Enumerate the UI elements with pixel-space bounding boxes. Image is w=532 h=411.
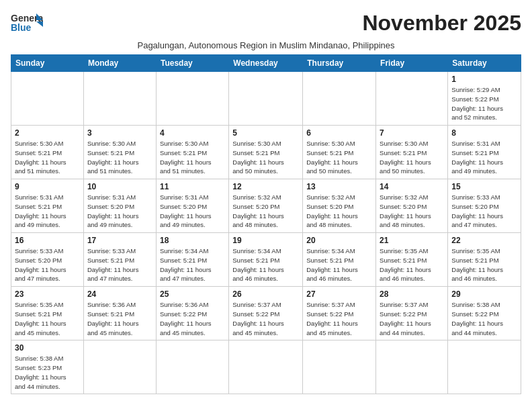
day-info: Sunrise: 5:36 AM Sunset: 5:21 PM Dayligh… bbox=[87, 300, 152, 337]
day-info: Sunrise: 5:30 AM Sunset: 5:21 PM Dayligh… bbox=[232, 139, 299, 176]
day-info: Sunrise: 5:34 AM Sunset: 5:21 PM Dayligh… bbox=[160, 246, 225, 283]
day-info: Sunrise: 5:35 AM Sunset: 5:21 PM Dayligh… bbox=[15, 300, 80, 337]
weekday-header-monday: Monday bbox=[83, 55, 156, 72]
calendar-cell: 12Sunrise: 5:32 AM Sunset: 5:20 PM Dayli… bbox=[229, 179, 303, 233]
calendar-cell: 6Sunrise: 5:30 AM Sunset: 5:21 PM Daylig… bbox=[303, 126, 376, 179]
day-info: Sunrise: 5:34 AM Sunset: 5:21 PM Dayligh… bbox=[232, 246, 299, 283]
day-info: Sunrise: 5:30 AM Sunset: 5:21 PM Dayligh… bbox=[87, 139, 152, 176]
day-info: Sunrise: 5:31 AM Sunset: 5:21 PM Dayligh… bbox=[451, 139, 517, 176]
header: General Blue November 2025 bbox=[11, 11, 521, 38]
subtitle: Pagalungan, Autonomous Region in Muslim … bbox=[11, 40, 521, 50]
calendar-cell: 10Sunrise: 5:31 AM Sunset: 5:20 PM Dayli… bbox=[83, 179, 156, 233]
month-title: November 2025 bbox=[362, 11, 521, 36]
day-number: 23 bbox=[15, 289, 80, 299]
day-number: 28 bbox=[380, 289, 444, 299]
day-number: 25 bbox=[160, 289, 225, 299]
calendar-cell: 24Sunrise: 5:36 AM Sunset: 5:21 PM Dayli… bbox=[83, 287, 156, 340]
day-number: 1 bbox=[451, 75, 517, 84]
calendar-cell: 15Sunrise: 5:33 AM Sunset: 5:20 PM Dayli… bbox=[448, 179, 521, 233]
day-info: Sunrise: 5:37 AM Sunset: 5:22 PM Dayligh… bbox=[306, 300, 372, 337]
calendar-cell bbox=[11, 72, 84, 126]
calendar-cell: 27Sunrise: 5:37 AM Sunset: 5:22 PM Dayli… bbox=[303, 287, 376, 340]
svg-text:Blue: Blue bbox=[11, 22, 32, 33]
day-number: 17 bbox=[87, 236, 152, 245]
day-info: Sunrise: 5:35 AM Sunset: 5:21 PM Dayligh… bbox=[380, 246, 444, 283]
day-number: 11 bbox=[160, 182, 225, 191]
day-number: 27 bbox=[306, 289, 372, 299]
calendar-cell: 30Sunrise: 5:38 AM Sunset: 5:23 PM Dayli… bbox=[11, 340, 84, 394]
calendar-cell: 17Sunrise: 5:33 AM Sunset: 5:21 PM Dayli… bbox=[83, 233, 156, 287]
day-info: Sunrise: 5:32 AM Sunset: 5:20 PM Dayligh… bbox=[232, 193, 299, 230]
calendar-table: SundayMondayTuesdayWednesdayThursdayFrid… bbox=[11, 54, 521, 394]
weekday-header-friday: Friday bbox=[376, 55, 448, 72]
day-number: 14 bbox=[380, 182, 444, 191]
calendar-cell: 2Sunrise: 5:30 AM Sunset: 5:21 PM Daylig… bbox=[11, 126, 84, 179]
weekday-header-wednesday: Wednesday bbox=[229, 55, 303, 72]
day-number: 3 bbox=[87, 128, 152, 138]
logo-icon: General Blue bbox=[11, 11, 43, 38]
weekday-header-tuesday: Tuesday bbox=[156, 55, 228, 72]
day-number: 19 bbox=[232, 236, 299, 245]
day-number: 6 bbox=[306, 128, 372, 138]
day-info: Sunrise: 5:31 AM Sunset: 5:21 PM Dayligh… bbox=[15, 193, 80, 230]
calendar-cell bbox=[156, 72, 228, 126]
day-number: 30 bbox=[15, 343, 80, 353]
calendar-cell: 16Sunrise: 5:33 AM Sunset: 5:20 PM Dayli… bbox=[11, 233, 84, 287]
day-number: 26 bbox=[232, 289, 299, 299]
day-number: 10 bbox=[87, 182, 152, 191]
calendar-cell bbox=[229, 72, 303, 126]
day-number: 16 bbox=[15, 236, 80, 245]
day-info: Sunrise: 5:30 AM Sunset: 5:21 PM Dayligh… bbox=[306, 139, 372, 176]
calendar-cell bbox=[376, 340, 448, 394]
calendar-cell bbox=[83, 340, 156, 394]
day-number: 15 bbox=[451, 182, 517, 191]
day-info: Sunrise: 5:32 AM Sunset: 5:20 PM Dayligh… bbox=[306, 193, 372, 230]
day-info: Sunrise: 5:30 AM Sunset: 5:21 PM Dayligh… bbox=[160, 139, 225, 176]
day-info: Sunrise: 5:37 AM Sunset: 5:22 PM Dayligh… bbox=[232, 300, 299, 337]
day-number: 8 bbox=[451, 128, 517, 138]
day-number: 29 bbox=[451, 289, 517, 299]
calendar-cell: 25Sunrise: 5:36 AM Sunset: 5:22 PM Dayli… bbox=[156, 287, 228, 340]
calendar-cell: 11Sunrise: 5:31 AM Sunset: 5:20 PM Dayli… bbox=[156, 179, 228, 233]
calendar-cell bbox=[303, 340, 376, 394]
calendar-cell: 5Sunrise: 5:30 AM Sunset: 5:21 PM Daylig… bbox=[229, 126, 303, 179]
day-info: Sunrise: 5:30 AM Sunset: 5:21 PM Dayligh… bbox=[380, 139, 444, 176]
calendar-cell: 21Sunrise: 5:35 AM Sunset: 5:21 PM Dayli… bbox=[376, 233, 448, 287]
calendar-cell bbox=[83, 72, 156, 126]
day-info: Sunrise: 5:31 AM Sunset: 5:20 PM Dayligh… bbox=[160, 193, 225, 230]
day-info: Sunrise: 5:33 AM Sunset: 5:20 PM Dayligh… bbox=[451, 193, 517, 230]
calendar-cell: 4Sunrise: 5:30 AM Sunset: 5:21 PM Daylig… bbox=[156, 126, 228, 179]
calendar-cell: 1Sunrise: 5:29 AM Sunset: 5:22 PM Daylig… bbox=[448, 72, 521, 126]
calendar-cell: 14Sunrise: 5:32 AM Sunset: 5:20 PM Dayli… bbox=[376, 179, 448, 233]
day-info: Sunrise: 5:36 AM Sunset: 5:22 PM Dayligh… bbox=[160, 300, 225, 337]
calendar-cell bbox=[229, 340, 303, 394]
calendar-cell: 19Sunrise: 5:34 AM Sunset: 5:21 PM Dayli… bbox=[229, 233, 303, 287]
day-info: Sunrise: 5:32 AM Sunset: 5:20 PM Dayligh… bbox=[380, 193, 444, 230]
day-number: 20 bbox=[306, 236, 372, 245]
day-info: Sunrise: 5:34 AM Sunset: 5:21 PM Dayligh… bbox=[306, 246, 372, 283]
calendar-cell bbox=[448, 340, 521, 394]
calendar-cell: 9Sunrise: 5:31 AM Sunset: 5:21 PM Daylig… bbox=[11, 179, 84, 233]
day-info: Sunrise: 5:33 AM Sunset: 5:21 PM Dayligh… bbox=[87, 246, 152, 283]
calendar-cell: 23Sunrise: 5:35 AM Sunset: 5:21 PM Dayli… bbox=[11, 287, 84, 340]
calendar-cell bbox=[303, 72, 376, 126]
day-info: Sunrise: 5:33 AM Sunset: 5:20 PM Dayligh… bbox=[15, 246, 80, 283]
day-number: 24 bbox=[87, 289, 152, 299]
calendar-cell: 28Sunrise: 5:37 AM Sunset: 5:22 PM Dayli… bbox=[376, 287, 448, 340]
calendar-cell: 18Sunrise: 5:34 AM Sunset: 5:21 PM Dayli… bbox=[156, 233, 228, 287]
calendar-cell: 7Sunrise: 5:30 AM Sunset: 5:21 PM Daylig… bbox=[376, 126, 448, 179]
logo: General Blue bbox=[11, 11, 43, 38]
calendar-cell: 8Sunrise: 5:31 AM Sunset: 5:21 PM Daylig… bbox=[448, 126, 521, 179]
day-number: 7 bbox=[380, 128, 444, 138]
weekday-header-sunday: Sunday bbox=[11, 55, 84, 72]
day-number: 13 bbox=[306, 182, 372, 191]
weekday-header-saturday: Saturday bbox=[448, 55, 521, 72]
calendar-cell: 20Sunrise: 5:34 AM Sunset: 5:21 PM Dayli… bbox=[303, 233, 376, 287]
day-number: 22 bbox=[451, 236, 517, 245]
day-number: 4 bbox=[160, 128, 225, 138]
day-info: Sunrise: 5:30 AM Sunset: 5:21 PM Dayligh… bbox=[15, 139, 80, 176]
day-info: Sunrise: 5:38 AM Sunset: 5:22 PM Dayligh… bbox=[451, 300, 517, 337]
day-number: 21 bbox=[380, 236, 444, 245]
calendar-cell: 3Sunrise: 5:30 AM Sunset: 5:21 PM Daylig… bbox=[83, 126, 156, 179]
day-number: 12 bbox=[232, 182, 299, 191]
